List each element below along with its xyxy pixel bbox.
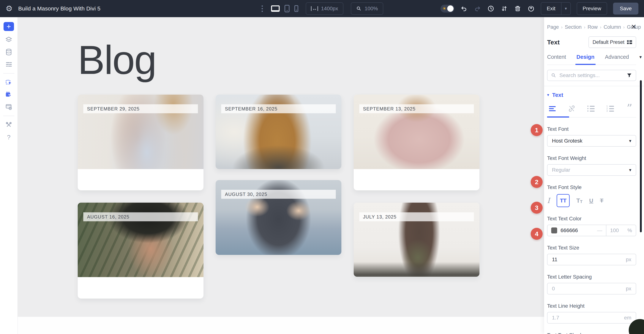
color-swatch[interactable] (551, 227, 557, 233)
text-size-label: Text Text Size (547, 245, 636, 251)
click-mode-icon[interactable] (0, 76, 18, 88)
blog-card[interactable]: SEPTEMBER 16, 2025 (216, 95, 342, 169)
hover-mode-icon[interactable] (0, 88, 18, 101)
breadcrumb-column[interactable]: Column (604, 24, 621, 30)
builder-settings-gear-icon[interactable]: ⚙ (6, 5, 13, 13)
canvas-zoom-value: 100% (365, 6, 378, 12)
chevron-down-icon: ▾ (629, 138, 631, 143)
canvas-zoom-input[interactable]: 100% (351, 3, 383, 15)
phone-view-icon[interactable] (294, 5, 298, 12)
page-canvas: Blog SEPTEMBER 29, 2025 SEPTEMBER 16, 20… (18, 17, 544, 334)
search-icon (551, 73, 556, 78)
font-style-options: I TT TT U T (547, 194, 636, 207)
module-header: Text Default Preset (547, 36, 636, 48)
preview-button[interactable]: Preview (577, 6, 607, 12)
breadcrumb-separator: › (561, 25, 562, 30)
text-font-weight-dropdown[interactable]: Regular ▾ (547, 164, 636, 176)
portability-icon[interactable] (527, 5, 535, 12)
save-button[interactable]: Save (613, 3, 638, 15)
text-font-weight-label: Text Font Weight (547, 155, 636, 161)
color-hex-field[interactable]: 666666 — (548, 225, 606, 236)
width-resize-icon: ↔ (311, 6, 318, 11)
underline-style-icon[interactable]: U (589, 197, 593, 204)
blog-card[interactable]: AUGUST 16, 2025 (78, 203, 204, 298)
color-hex-value: 666666 (560, 227, 578, 233)
blog-card[interactable]: JULY 13, 2025 (354, 203, 480, 277)
history-icon[interactable] (487, 5, 494, 12)
light-dark-mode-toggle[interactable]: ☀ (440, 5, 454, 13)
blockquote-icon[interactable]: ” (625, 106, 634, 111)
close-icon[interactable]: ✕ (631, 24, 636, 30)
chevron-down-icon[interactable]: ▾ (639, 54, 642, 60)
card-date: SEPTEMBER 13, 2025 (359, 104, 474, 113)
step-badge-4: 4 (531, 228, 543, 240)
letter-spacing-unit: px (626, 286, 631, 292)
color-opacity-field[interactable]: 100 % (606, 225, 636, 236)
text-section-header[interactable]: ▾ Text (547, 92, 636, 98)
clear-color-dash-icon[interactable]: — (597, 227, 602, 233)
section-collapse-icon: ▾ (547, 93, 549, 97)
uppercase-style-icon[interactable]: TT (556, 194, 570, 207)
breadcrumb-page[interactable]: Page (547, 24, 559, 30)
zoom-magnifier-icon (356, 6, 362, 11)
breadcrumb-row[interactable]: Row (588, 24, 598, 30)
text-size-unit: px (626, 257, 631, 263)
ordered-list-icon[interactable]: 1 2 3 (606, 106, 614, 112)
toggle-knob (447, 6, 454, 12)
blog-card[interactable]: SEPTEMBER 13, 2025 (354, 95, 480, 190)
italic-style-icon[interactable]: I (547, 197, 550, 205)
layers-panel-icon[interactable] (0, 34, 18, 46)
sort-layers-icon[interactable] (500, 5, 508, 12)
card-date: AUGUST 16, 2025 (83, 212, 198, 221)
tablet-view-icon[interactable] (284, 5, 290, 12)
smallcaps-style-icon[interactable]: TT (576, 197, 582, 204)
module-settings-panel: Page › Section › Row › Column › Group ✕ … (544, 17, 644, 334)
sidebar-divider (3, 73, 14, 74)
link-text-icon[interactable] (568, 105, 576, 112)
desktop-view-icon[interactable] (271, 6, 280, 12)
text-color-label: Text Text Color (547, 216, 636, 222)
sun-icon: ☀ (442, 6, 446, 11)
device-preview-switcher (271, 5, 298, 12)
blog-card[interactable]: SEPTEMBER 29, 2025 (78, 95, 204, 190)
blog-page-heading[interactable]: Blog (78, 40, 156, 80)
exit-dropdown-caret[interactable]: ▾ (561, 3, 570, 15)
color-opacity-value: 100 (610, 227, 619, 233)
strikethrough-style-icon[interactable]: T (600, 197, 604, 204)
panel-scrollbar[interactable] (640, 80, 642, 232)
database-library-icon[interactable] (0, 46, 18, 58)
letter-spacing-label: Text Letter Spacing (547, 274, 636, 280)
unordered-list-icon[interactable] (587, 106, 595, 112)
tab-content[interactable]: Content (547, 54, 566, 60)
tab-design[interactable]: Design (576, 54, 594, 60)
filter-funnel-icon[interactable] (626, 73, 632, 78)
add-module-button[interactable]: + (4, 22, 14, 31)
canvas-width-input[interactable]: ↔ 1400px (306, 3, 344, 15)
breadcrumb-section[interactable]: Section (565, 24, 582, 30)
preview-visibility-icon[interactable] (0, 101, 18, 113)
search-input[interactable] (547, 70, 636, 81)
default-preset-button[interactable]: Default Preset (588, 36, 636, 48)
card-photo: SEPTEMBER 16, 2025 (216, 95, 342, 169)
text-shadow-label: Text Text Shadow (547, 332, 636, 334)
line-height-input[interactable]: 1.7 em (547, 312, 636, 323)
text-font-dropdown[interactable]: Host Grotesk ▾ (547, 135, 636, 147)
breadcrumb-separator: › (623, 25, 624, 30)
page-structure-icon[interactable] (0, 58, 18, 71)
trash-icon[interactable] (514, 5, 522, 12)
undo-icon[interactable] (460, 5, 468, 12)
letter-spacing-input[interactable]: 0 px (547, 283, 636, 294)
blog-card[interactable]: AUGUST 30, 2025 (216, 180, 342, 255)
more-options-icon[interactable] (261, 5, 264, 13)
topbar-center-group: ↔ 1400px 100% (261, 3, 383, 15)
help-icon[interactable]: ? (0, 131, 18, 143)
top-toolbar: ⚙ Build a Masonry Blog With Divi 5 ↔ 140… (0, 0, 644, 17)
tools-icon[interactable] (0, 119, 18, 131)
tab-advanced[interactable]: Advanced (605, 54, 629, 60)
paragraph-text-icon[interactable] (548, 106, 556, 111)
redo-icon[interactable] (474, 5, 481, 12)
breadcrumb-separator: › (584, 25, 585, 30)
card-photo: AUGUST 16, 2025 (78, 203, 204, 277)
text-size-input[interactable]: 11 px (547, 254, 636, 265)
exit-button[interactable]: Exit (541, 6, 561, 12)
